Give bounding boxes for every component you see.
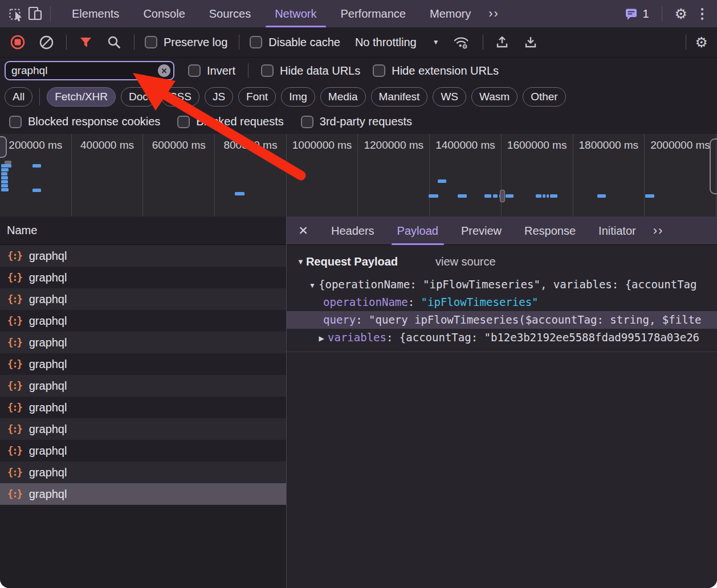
request-bar <box>1 180 8 183</box>
checkbox <box>177 116 190 128</box>
json-braces-icon: {:} <box>7 402 22 413</box>
request-row[interactable]: {:} graphql <box>0 397 286 418</box>
network-settings-gear-icon[interactable]: ⚙ <box>695 35 708 50</box>
filter-chip-label: Fetch/XHR <box>55 91 108 103</box>
inspect-element-button[interactable] <box>7 4 26 23</box>
collapse-caret-icon[interactable]: ▼ <box>297 258 304 266</box>
detail-tab[interactable]: Payload <box>386 217 450 245</box>
request-row[interactable]: {:} graphql <box>0 332 286 353</box>
filter-chip[interactable]: CSS <box>161 87 199 107</box>
filter-chip[interactable]: Img <box>281 87 315 107</box>
close-detail-icon[interactable]: ✕ <box>287 224 320 238</box>
panel-tab[interactable]: Network <box>263 0 328 27</box>
json-braces-icon: {:} <box>7 337 22 348</box>
json-braces-icon: {:} <box>7 272 22 283</box>
filter-chip[interactable]: Media <box>320 87 366 107</box>
throttling-dropdown[interactable]: No throttling ▼ <box>355 36 439 49</box>
filter-chip[interactable]: Font <box>238 87 276 107</box>
filter-chip[interactable]: Wasm <box>471 87 518 107</box>
timeline-left-handle[interactable] <box>0 136 7 158</box>
request-bar <box>438 179 446 183</box>
panel-tab[interactable]: Elements <box>60 0 131 27</box>
request-bar <box>235 192 245 195</box>
devtools-window: ElementsConsoleSourcesNetworkPerformance… <box>0 0 717 588</box>
request-name: graphql <box>29 358 67 371</box>
customize-menu-icon[interactable]: ⋮ <box>695 7 709 21</box>
filter-chip[interactable]: JS <box>205 87 233 107</box>
detail-tab-label: Initiator <box>598 224 636 237</box>
request-row[interactable]: {:} graphql <box>0 245 286 267</box>
detail-tab[interactable]: Initiator <box>587 217 647 245</box>
timeline-right-handle[interactable] <box>710 138 717 194</box>
name-column-header[interactable]: Name <box>0 217 286 245</box>
request-row[interactable]: {:} graphql <box>0 310 286 332</box>
issues-counter[interactable]: 1 <box>625 7 649 21</box>
filter-chip[interactable]: Manifest <box>371 87 428 107</box>
filter-icon[interactable] <box>77 34 94 51</box>
advanced-filter-checkbox[interactable]: 3rd-party requests <box>301 115 412 128</box>
json-query-row[interactable]: query: "query ipFlowTimeseries($accountT… <box>287 311 717 329</box>
filter-chip[interactable]: Fetch/XHR <box>47 87 116 107</box>
request-bar <box>597 194 606 198</box>
request-row[interactable]: {:} graphql <box>0 353 286 375</box>
request-bar <box>1 172 7 175</box>
detail-tab[interactable]: Preview <box>450 217 513 245</box>
json-colon: : <box>408 296 421 308</box>
detail-more-tabs-icon[interactable]: ›› <box>653 223 664 238</box>
filter-chip[interactable]: Other <box>523 87 566 107</box>
panel-tab[interactable]: Memory <box>418 0 483 27</box>
detail-tab[interactable]: Headers <box>320 217 386 245</box>
preserve-log-checkbox[interactable]: Preserve log <box>145 36 227 49</box>
panel-tab[interactable]: Sources <box>197 0 263 27</box>
panel-tab[interactable]: Performance <box>329 0 418 27</box>
clear-filter-icon[interactable]: ✕ <box>158 64 170 77</box>
request-row[interactable]: {:} graphql <box>0 483 286 505</box>
divider <box>287 352 717 352</box>
search-icon[interactable] <box>105 34 123 51</box>
json-operation-name-row[interactable]: operationName: "ipFlowTimeseries" <box>287 293 717 311</box>
request-row[interactable]: {:} graphql <box>0 440 286 462</box>
network-overview-timeline[interactable]: 200000 ms400000 ms600000 ms800000 ms1000… <box>0 134 717 218</box>
advanced-filter-checkbox[interactable]: Blocked requests <box>177 115 283 128</box>
request-bar <box>429 194 438 198</box>
expand-caret-icon[interactable]: ▶ <box>315 330 328 346</box>
request-row[interactable]: {:} graphql <box>0 462 286 483</box>
detail-tab[interactable]: Response <box>513 217 587 245</box>
filter-chip-all[interactable]: All <box>5 87 32 107</box>
expand-caret-icon[interactable]: ▼ <box>306 277 319 293</box>
checkbox <box>9 116 22 128</box>
network-conditions-icon[interactable] <box>453 34 470 51</box>
request-row[interactable]: {:} graphql <box>0 288 286 310</box>
filter-chip[interactable]: Doc <box>121 87 156 107</box>
request-bar <box>1 176 8 179</box>
device-toolbar-button[interactable] <box>26 4 46 23</box>
divider <box>483 35 483 50</box>
more-tabs-icon[interactable]: ›› <box>483 6 505 21</box>
json-root-row[interactable]: ▼{operationName: "ipFlowTimeseries", var… <box>287 276 717 293</box>
settings-gear-icon[interactable]: ⚙ <box>675 7 687 21</box>
payload-json-tree: ▼{operationName: "ipFlowTimeseries", var… <box>287 276 717 346</box>
throttling-value: No throttling <box>355 36 417 49</box>
filter-input[interactable] <box>5 61 174 80</box>
request-row[interactable]: {:} graphql <box>0 267 286 288</box>
json-key: query <box>323 313 356 326</box>
advanced-filter-checkbox[interactable]: Blocked response cookies <box>9 115 160 128</box>
clear-network-log-button[interactable] <box>38 34 55 51</box>
request-bar <box>536 194 541 198</box>
hide-extension-urls-checkbox[interactable]: Hide extension URLs <box>373 64 499 77</box>
view-source-link[interactable]: view source <box>435 255 496 268</box>
request-row[interactable]: {:} graphql <box>0 375 286 397</box>
request-row[interactable]: {:} graphql <box>0 418 286 440</box>
invert-checkbox[interactable]: Invert <box>188 64 235 77</box>
record-network-log-button[interactable] <box>9 34 26 51</box>
export-har-icon[interactable] <box>522 34 539 51</box>
panel-tab[interactable]: Console <box>131 0 197 27</box>
import-har-icon[interactable] <box>494 34 511 51</box>
request-name: graphql <box>29 315 67 328</box>
filter-chip[interactable]: WS <box>433 87 466 107</box>
request-bar <box>1 188 9 191</box>
chevron-down-icon: ▼ <box>433 38 439 46</box>
json-variables-row[interactable]: ▶variables: {accountTag: "b12e3b2192ee55… <box>287 329 717 346</box>
hide-data-urls-checkbox[interactable]: Hide data URLs <box>261 64 360 77</box>
disable-cache-checkbox[interactable]: Disable cache <box>250 36 340 49</box>
